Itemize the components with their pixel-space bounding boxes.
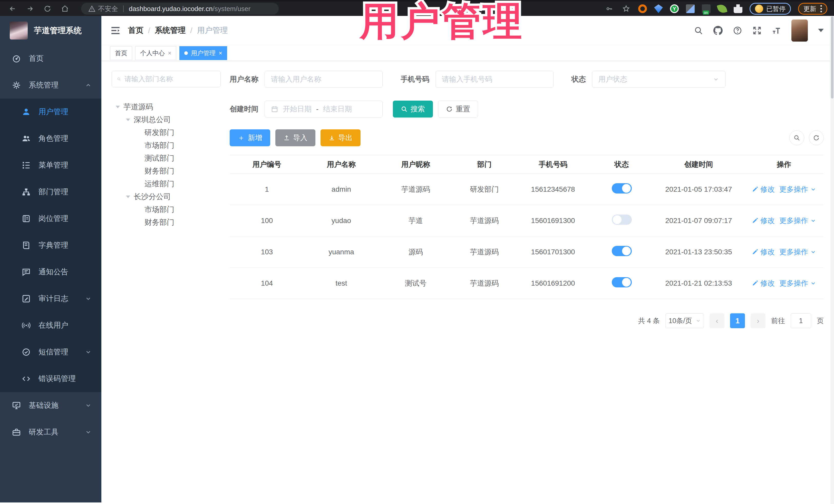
- sidebar-item-errorcode-mgmt[interactable]: 错误码管理: [0, 366, 101, 392]
- tab-user-mgmt[interactable]: 用户管理×: [179, 46, 227, 60]
- browser-home-icon[interactable]: [60, 4, 70, 14]
- refresh-table-button[interactable]: [809, 130, 824, 145]
- sidebar-item-dept-mgmt[interactable]: 部门管理: [0, 179, 101, 205]
- tree-node[interactable]: 市场部门: [112, 203, 221, 216]
- tab-close-icon[interactable]: ×: [168, 49, 171, 57]
- sidebar-item-online-users[interactable]: 在线用户: [0, 312, 101, 339]
- page-scrollbar[interactable]: [830, 16, 834, 504]
- search-button[interactable]: 搜索: [393, 101, 433, 117]
- page-size-select[interactable]: 10条/页: [665, 313, 704, 328]
- sidebar-item-role-mgmt[interactable]: 角色管理: [0, 125, 101, 152]
- browser-update-button[interactable]: 更新: [798, 3, 827, 15]
- extension-onlist-icon[interactable]: [702, 4, 710, 13]
- tree-node[interactable]: 芋道源码: [112, 101, 221, 113]
- tree-caret-icon[interactable]: [126, 118, 130, 121]
- tree-caret-icon[interactable]: [126, 196, 130, 198]
- page-number-button[interactable]: 1: [730, 313, 745, 328]
- breadcrumb-system[interactable]: 系统管理: [155, 25, 185, 36]
- sidebar-collapse-icon[interactable]: [110, 25, 121, 36]
- sidebar-item-notice[interactable]: 通知公告: [0, 259, 101, 285]
- add-button[interactable]: ＋新增: [230, 129, 270, 146]
- edit-link[interactable]: 修改: [752, 247, 775, 257]
- phone-filter-input[interactable]: [442, 75, 547, 83]
- tab-home[interactable]: 首页: [110, 46, 132, 60]
- tree-node[interactable]: 财务部门: [112, 165, 221, 178]
- filter-row-1: 用户名称 手机号码 状态 用户状态: [230, 71, 824, 88]
- export-button[interactable]: 导出: [321, 129, 360, 146]
- github-icon[interactable]: [714, 26, 723, 35]
- import-button[interactable]: 导入: [275, 129, 315, 146]
- extensions-puzzle-icon[interactable]: [734, 4, 742, 13]
- more-actions-link[interactable]: 更多操作: [780, 184, 816, 194]
- sidebar-item-infrastructure[interactable]: 基础设施: [0, 392, 101, 419]
- browser-reload-icon[interactable]: [43, 4, 52, 14]
- prev-page-button[interactable]: ‹: [709, 313, 724, 328]
- tree-caret-icon[interactable]: [116, 106, 120, 108]
- extension-y-icon[interactable]: Y: [670, 4, 679, 13]
- dept-search-input[interactable]: [125, 75, 215, 83]
- sidebar-item-home[interactable]: 首页: [0, 45, 101, 72]
- tree-node[interactable]: 长沙分公司: [112, 191, 221, 203]
- status-filter-select[interactable]: 用户状态: [592, 71, 725, 88]
- import-button-label: 导入: [293, 133, 307, 143]
- dept-panel: 芋道源码 深圳总公司 研发部门 市场部门 测试部门 财务部门 运维部门 长沙分公…: [112, 71, 221, 502]
- font-size-icon[interactable]: [772, 26, 781, 35]
- tree-node[interactable]: 研发部门: [112, 126, 221, 139]
- edit-link[interactable]: 修改: [752, 279, 775, 288]
- browser-forward-icon[interactable]: [25, 4, 35, 14]
- user-avatar[interactable]: [791, 20, 808, 42]
- username-filter-input[interactable]: [271, 75, 376, 83]
- edit-link[interactable]: 修改: [752, 216, 775, 225]
- status-toggle[interactable]: [612, 215, 632, 225]
- tab-close-icon[interactable]: ×: [219, 49, 222, 57]
- search-icon[interactable]: [694, 26, 703, 35]
- status-toggle[interactable]: [612, 183, 632, 194]
- address-bar[interactable]: 不安全 dashboard.yudao.iocoder.cn/system/us…: [81, 3, 279, 15]
- app-logo-row[interactable]: 芋道管理系统: [0, 16, 101, 45]
- extension-leaf-icon[interactable]: [717, 3, 727, 14]
- extension-grid-icon[interactable]: [686, 4, 695, 13]
- browser-back-icon[interactable]: [8, 4, 18, 14]
- status-toggle[interactable]: [612, 277, 632, 287]
- next-page-button[interactable]: ›: [751, 313, 766, 328]
- reset-button[interactable]: 重置: [438, 101, 478, 117]
- date-range-picker[interactable]: 开始日期 - 结束日期: [265, 101, 382, 117]
- tree-node[interactable]: 财务部门: [112, 216, 221, 229]
- sidebar-item-system[interactable]: 系统管理: [0, 72, 101, 98]
- scrollbar-thumb[interactable]: [831, 17, 833, 98]
- sidebar-item-sms-mgmt[interactable]: 短信管理: [0, 339, 101, 366]
- sidebar-item-user-mgmt[interactable]: 用户管理: [0, 98, 101, 125]
- tree-node[interactable]: 测试部门: [112, 152, 221, 165]
- toggle-search-button[interactable]: [789, 130, 804, 145]
- security-warning-icon[interactable]: 不安全: [88, 4, 118, 13]
- sidebar-item-devtools[interactable]: 研发工具: [0, 419, 101, 445]
- tree-node[interactable]: 市场部门: [112, 139, 221, 152]
- tab-profile[interactable]: 个人中心×: [135, 46, 176, 60]
- fullscreen-icon[interactable]: [752, 26, 762, 35]
- url-separator: [123, 5, 124, 12]
- avatar-caret-icon[interactable]: [818, 29, 824, 32]
- tree-node[interactable]: 深圳总公司: [112, 113, 221, 126]
- sidebar-item-post-mgmt[interactable]: 岗位管理: [0, 205, 101, 232]
- search-icon: [117, 75, 121, 83]
- sidebar-item-dict-mgmt[interactable]: 字典管理: [0, 232, 101, 259]
- more-actions-link[interactable]: 更多操作: [780, 279, 816, 288]
- profile-chip[interactable]: 已暂停: [750, 3, 791, 15]
- more-actions-link[interactable]: 更多操作: [780, 247, 816, 257]
- sidebar-item-menu-mgmt[interactable]: 菜单管理: [0, 152, 101, 179]
- extension-gem-icon[interactable]: [654, 4, 663, 13]
- key-icon[interactable]: [604, 4, 614, 14]
- breadcrumb-home[interactable]: 首页: [128, 25, 144, 36]
- edit-link[interactable]: 修改: [752, 184, 775, 194]
- more-actions-link[interactable]: 更多操作: [780, 216, 816, 225]
- browser-menu-icon[interactable]: [820, 5, 822, 12]
- tree-node[interactable]: 运维部门: [112, 178, 221, 191]
- help-icon[interactable]: [733, 26, 742, 35]
- bookmark-star-icon[interactable]: [621, 4, 631, 14]
- pagination-total: 共 4 条: [638, 316, 660, 325]
- goto-page-input[interactable]: [791, 313, 811, 328]
- extension-ubiquity-icon[interactable]: [638, 4, 647, 13]
- status-toggle[interactable]: [612, 246, 632, 256]
- sidebar-item-label: 岗位管理: [39, 214, 68, 224]
- sidebar-item-audit-log[interactable]: 审计日志: [0, 285, 101, 312]
